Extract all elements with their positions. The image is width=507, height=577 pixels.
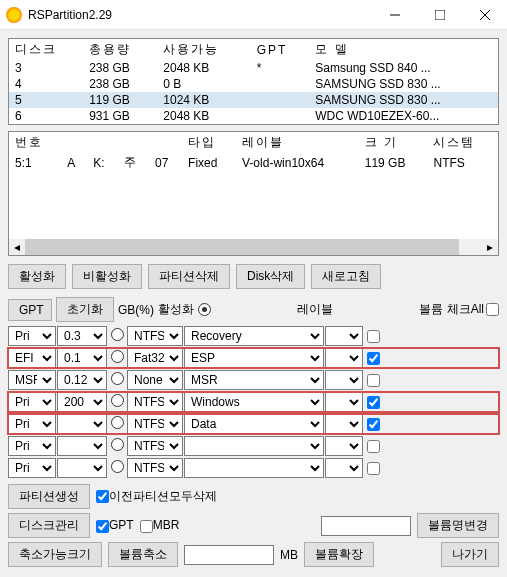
activate-button[interactable]: 활성화: [8, 264, 66, 289]
label-select[interactable]: MSR: [184, 370, 324, 390]
maximize-button[interactable]: [417, 0, 462, 30]
filesystem-select[interactable]: NTFS: [127, 392, 183, 412]
close-button[interactable]: [462, 0, 507, 30]
label-select[interactable]: [184, 436, 324, 456]
volume-name-input[interactable]: [321, 516, 411, 536]
delete-prev-checkbox-label[interactable]: 이전파티션모두삭제: [96, 488, 217, 505]
activate-radio[interactable]: [111, 460, 124, 473]
activate-radio[interactable]: [111, 416, 124, 429]
partition-type-select[interactable]: Pri: [8, 392, 56, 412]
disk-column-header[interactable]: 사용가능: [157, 39, 250, 60]
size-input[interactable]: [184, 545, 274, 565]
delete-partition-button[interactable]: 파티션삭제: [148, 264, 230, 289]
volume-select[interactable]: [325, 392, 363, 412]
gb-percent-label: GB(%): [118, 303, 154, 317]
filesystem-select[interactable]: NTFS: [127, 414, 183, 434]
refresh-button[interactable]: 새로고침: [311, 264, 381, 289]
delete-prev-checkbox[interactable]: [96, 490, 109, 503]
partition-column-header[interactable]: 번호: [9, 132, 61, 153]
volume-shrink-button[interactable]: 볼륨축소: [108, 542, 178, 567]
size-gb-select[interactable]: [57, 458, 107, 478]
scroll-right-icon[interactable]: ▸: [482, 239, 498, 255]
activate-radio[interactable]: [111, 372, 124, 385]
row-checkbox[interactable]: [367, 330, 380, 343]
scroll-left-icon[interactable]: ◂: [9, 239, 25, 255]
row-checkbox[interactable]: [367, 396, 380, 409]
volume-select[interactable]: [325, 436, 363, 456]
volume-extend-button[interactable]: 볼륨확장: [304, 542, 374, 567]
filesystem-select[interactable]: NTFS: [127, 326, 183, 346]
label-select[interactable]: Data: [184, 414, 324, 434]
delete-disk-button[interactable]: Disk삭제: [236, 264, 305, 289]
size-gb-select[interactable]: 0.1: [57, 348, 107, 368]
volume-rename-button[interactable]: 볼륨명변경: [417, 513, 499, 538]
scroll-thumb[interactable]: [25, 239, 459, 255]
volume-select[interactable]: [325, 348, 363, 368]
size-gb-select[interactable]: [57, 414, 107, 434]
check-all-checkbox[interactable]: [486, 303, 499, 316]
shrinkable-size-button[interactable]: 축소가능크기: [8, 542, 102, 567]
volume-select[interactable]: [325, 458, 363, 478]
disk-row[interactable]: 4238 GB0 BSAMSUNG SSD 830 ...: [9, 76, 498, 92]
activate-radio[interactable]: [111, 328, 124, 341]
size-gb-select[interactable]: 0.3: [57, 326, 107, 346]
row-checkbox[interactable]: [367, 352, 380, 365]
row-checkbox[interactable]: [367, 374, 380, 387]
partition-row[interactable]: 5:1AK:주07FixedV-old-win10x64119 GBNTFS: [9, 153, 498, 172]
row-checkbox[interactable]: [367, 418, 380, 431]
activate-radio[interactable]: [111, 438, 124, 451]
deactivate-button[interactable]: 비활성화: [72, 264, 142, 289]
gpt-checkbox-label[interactable]: GPT: [96, 518, 134, 532]
partition-column-header[interactable]: [149, 132, 182, 153]
label-select[interactable]: Recovery: [184, 326, 324, 346]
volume-select[interactable]: [325, 370, 363, 390]
label-select[interactable]: Windows: [184, 392, 324, 412]
size-gb-select[interactable]: [57, 436, 107, 456]
partition-type-select[interactable]: Pri: [8, 458, 56, 478]
disk-column-header[interactable]: GPT: [251, 39, 310, 60]
activate-radio[interactable]: [111, 394, 124, 407]
partition-column-header[interactable]: 타입: [182, 132, 236, 153]
size-gb-select[interactable]: 200: [57, 392, 107, 412]
partition-column-header[interactable]: [61, 132, 87, 153]
row-checkbox[interactable]: [367, 462, 380, 475]
partition-column-header[interactable]: 레이블: [236, 132, 359, 153]
disk-row[interactable]: 5119 GB1024 KBSAMSUNG SSD 830 ...: [9, 92, 498, 108]
mbr-checkbox[interactable]: [140, 520, 153, 533]
row-checkbox[interactable]: [367, 440, 380, 453]
partition-column-header[interactable]: [118, 132, 149, 153]
size-gb-select[interactable]: 0.128: [57, 370, 107, 390]
partition-column-header[interactable]: [87, 132, 117, 153]
minimize-button[interactable]: [372, 0, 417, 30]
partition-column-header[interactable]: 크 기: [359, 132, 428, 153]
disk-column-header[interactable]: 디스크: [9, 39, 83, 60]
gpt-button[interactable]: GPT: [8, 299, 52, 321]
partition-type-select[interactable]: EFI: [8, 348, 56, 368]
filesystem-select[interactable]: Fat32: [127, 348, 183, 368]
partition-type-select[interactable]: Pri: [8, 326, 56, 346]
gpt-checkbox[interactable]: [96, 520, 109, 533]
init-button[interactable]: 초기화: [56, 297, 114, 322]
partition-type-select[interactable]: Pri: [8, 436, 56, 456]
activate-radio[interactable]: [111, 350, 124, 363]
partition-column-header[interactable]: 시스템: [427, 132, 498, 153]
filesystem-select[interactable]: NTFS: [127, 436, 183, 456]
disk-column-header[interactable]: 모 델: [309, 39, 498, 60]
disk-row[interactable]: 6931 GB2048 KBWDC WD10EZEX-60...: [9, 108, 498, 124]
disk-management-button[interactable]: 디스크관리: [8, 513, 90, 538]
label-select[interactable]: [184, 458, 324, 478]
mbr-checkbox-label[interactable]: MBR: [140, 518, 180, 532]
filesystem-select[interactable]: NTFS: [127, 458, 183, 478]
horizontal-scrollbar[interactable]: ◂ ▸: [9, 239, 498, 255]
create-partition-button[interactable]: 파티션생성: [8, 484, 90, 509]
volume-select[interactable]: [325, 326, 363, 346]
label-select[interactable]: ESP: [184, 348, 324, 368]
exit-button[interactable]: 나가기: [441, 542, 499, 567]
filesystem-select[interactable]: None: [127, 370, 183, 390]
volume-select[interactable]: [325, 414, 363, 434]
partition-type-select[interactable]: Pri: [8, 414, 56, 434]
partition-type-select[interactable]: MSR: [8, 370, 56, 390]
disk-row[interactable]: 3238 GB2048 KB*Samsung SSD 840 ...: [9, 60, 498, 76]
activate-header-radio[interactable]: [198, 303, 211, 316]
disk-column-header[interactable]: 총용량: [83, 39, 157, 60]
